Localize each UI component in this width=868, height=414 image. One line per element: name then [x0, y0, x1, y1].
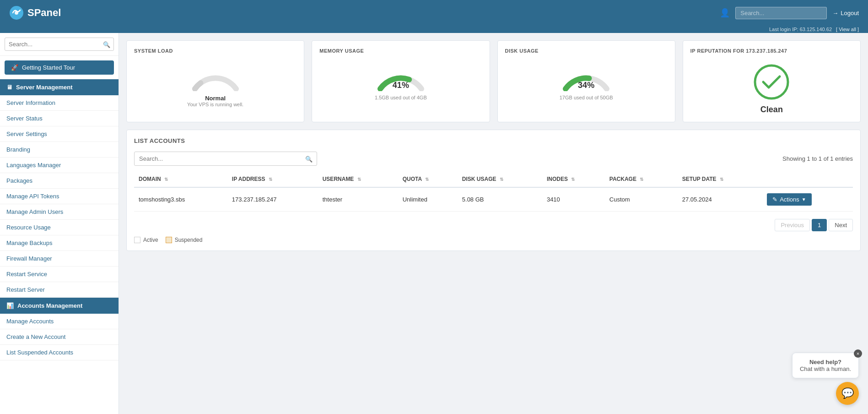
chat-close-button[interactable]: ×	[854, 349, 862, 358]
ip-reputation-card: IP REPUTATION FOR 173.237.185.247 Clean	[683, 40, 861, 122]
list-accounts-card: LIST ACCOUNTS 🔍 Showing 1 to 1 of 1 entr…	[126, 130, 861, 251]
chevron-down-icon: ▼	[802, 197, 806, 202]
cell-quota: Unlimited	[398, 187, 458, 212]
quota-sort-icon: ⇅	[425, 177, 429, 182]
disk-subtitle: 17GB used out of 50GB	[560, 95, 613, 100]
disk-usage-title: DISK USAGE	[505, 48, 539, 54]
legend-suspended: Suspended	[166, 237, 203, 243]
getting-started-label: Getting Started Tour	[22, 64, 75, 71]
chat-line1: Need help?	[800, 359, 851, 365]
chat-line2: Chat with a human.	[800, 365, 851, 372]
table-legend: Active Suspended	[134, 237, 853, 243]
accounts-management-label: Accounts Management	[17, 302, 82, 309]
col-domain[interactable]: DOMAIN ⇅	[134, 171, 227, 187]
logout-icon: →	[832, 10, 838, 16]
system-load-title: SYSTEM LOAD	[134, 48, 173, 54]
getting-started-button[interactable]: 🚀 Getting Started Tour	[5, 60, 114, 75]
col-ip-address[interactable]: IP ADDRESS ⇅	[227, 171, 318, 187]
col-actions	[762, 171, 853, 187]
accounts-table: DOMAIN ⇅ IP ADDRESS ⇅ USERNAME ⇅ QUOTA	[134, 171, 853, 212]
stats-grid: SYSTEM LOAD Normal Your VPS is running w…	[126, 40, 861, 122]
page-1-button[interactable]: 1	[812, 219, 827, 231]
logout-label: Logout	[841, 10, 859, 16]
package-sort-icon: ⇅	[640, 177, 643, 182]
table-header-row: DOMAIN ⇅ IP ADDRESS ⇅ USERNAME ⇅ QUOTA	[134, 171, 853, 187]
sidebar-item-list-suspended-accounts[interactable]: List Suspended Accounts	[0, 345, 119, 360]
sidebar-item-restart-server[interactable]: Restart Server	[0, 282, 119, 298]
rocket-icon: 🚀	[11, 64, 18, 71]
main-content: SYSTEM LOAD Normal Your VPS is running w…	[119, 33, 868, 414]
next-page-button[interactable]: Next	[829, 219, 853, 231]
sidebar-item-restart-service[interactable]: Restart Service	[0, 267, 119, 282]
sidebar: 🔍 🚀 Getting Started Tour 🖥 Server Manage…	[0, 33, 119, 414]
actions-button[interactable]: ✎ Actions ▼	[767, 193, 812, 206]
cell-domain: tomshosting3.sbs	[134, 187, 227, 212]
disk-usage-gauge: 34%	[559, 59, 614, 91]
col-username[interactable]: USERNAME ⇅	[318, 171, 398, 187]
header-search-input[interactable]	[735, 7, 827, 19]
sidebar-item-manage-accounts[interactable]: Manage Accounts	[0, 314, 119, 329]
sidebar-item-server-status[interactable]: Server Status	[0, 111, 119, 126]
logo-icon	[9, 5, 24, 20]
view-all-link[interactable]: [ View all ]	[836, 27, 859, 32]
disk-percent: 34%	[578, 81, 594, 90]
sidebar-item-server-settings[interactable]: Server Settings	[0, 126, 119, 142]
sidebar-item-branding[interactable]: Branding	[0, 142, 119, 158]
ip-check-icon	[753, 64, 790, 100]
pagination: Previous 1 Next	[134, 219, 853, 231]
system-load-gauge	[188, 59, 243, 91]
chat-open-button[interactable]: 💬	[836, 382, 859, 405]
col-quota[interactable]: QUOTA ⇅	[398, 171, 458, 187]
cell-disk: 5.08 GB	[458, 187, 542, 212]
chat-widget: × Need help? Chat with a human. 💬	[792, 353, 859, 405]
accounts-management-header[interactable]: 📊 Accounts Management	[0, 298, 119, 314]
table-search-input[interactable]	[134, 152, 317, 166]
sidebar-item-manage-backups[interactable]: Manage Backups	[0, 235, 119, 251]
legend-active: Active	[134, 237, 158, 243]
table-toolbar: 🔍 Showing 1 to 1 of 1 entries	[134, 152, 853, 166]
col-disk-usage[interactable]: DISK USAGE ⇅	[458, 171, 542, 187]
sidebar-item-manage-api-tokens[interactable]: Manage API Tokens	[0, 189, 119, 204]
ip-reputation-status: Clean	[760, 105, 783, 114]
col-inodes[interactable]: INODES ⇅	[542, 171, 605, 187]
col-package[interactable]: PACKAGE ⇅	[605, 171, 678, 187]
memory-subtitle: 1.5GB used out of 4GB	[375, 95, 427, 100]
cell-inodes: 3410	[542, 187, 605, 212]
svg-point-1	[15, 11, 18, 15]
memory-usage-title: MEMORY USAGE	[319, 48, 364, 54]
sidebar-item-create-new-account[interactable]: Create a New Account	[0, 329, 119, 345]
cell-username: thtester	[318, 187, 398, 212]
sidebar-search-section: 🔍	[0, 33, 119, 56]
sidebar-search-input[interactable]	[5, 38, 114, 51]
sidebar-item-server-information[interactable]: Server Information	[0, 95, 119, 111]
svg-point-2	[755, 65, 788, 98]
list-accounts-title: LIST ACCOUNTS	[134, 137, 853, 144]
logout-button[interactable]: → Logout	[832, 10, 859, 16]
previous-page-button[interactable]: Previous	[775, 219, 810, 231]
inodes-sort-icon: ⇅	[571, 177, 575, 182]
ip-reputation-title: IP REPUTATION FOR 173.237.185.247	[690, 48, 787, 54]
header-right: 👤 → Logout	[720, 7, 859, 19]
sidebar-item-languages-manager[interactable]: Languages Manager	[0, 158, 119, 173]
edit-icon: ✎	[772, 196, 777, 203]
suspended-label: Suspended	[175, 237, 203, 243]
ip-sort-icon: ⇅	[269, 177, 272, 182]
logo[interactable]: SPanel	[9, 5, 61, 20]
server-management-header[interactable]: 🖥 Server Management	[0, 79, 119, 95]
subheader: Last login IP: 63.125.140.62 [ View all …	[0, 26, 868, 33]
sidebar-item-manage-admin-users[interactable]: Manage Admin Users	[0, 204, 119, 220]
memory-percent: 41%	[393, 81, 409, 90]
table-row: tomshosting3.sbs 173.237.185.247 thteste…	[134, 187, 853, 212]
sidebar-item-resource-usage[interactable]: Resource Usage	[0, 220, 119, 235]
system-load-subtitle: Your VPS is running well.	[187, 102, 243, 107]
col-setup-date[interactable]: SETUP DATE ⇅	[678, 171, 762, 187]
chat-bubble: × Need help? Chat with a human.	[792, 353, 859, 378]
setup-date-sort-icon: ⇅	[720, 177, 723, 182]
cell-setup-date: 27.05.2024	[678, 187, 762, 212]
sidebar-item-firewall-manager[interactable]: Firewall Manager	[0, 251, 119, 267]
system-load-status: Normal	[205, 95, 226, 102]
entries-info: Showing 1 to 1 of 1 entries	[782, 155, 853, 162]
main-layout: 🔍 🚀 Getting Started Tour 🖥 Server Manage…	[0, 33, 868, 414]
sidebar-item-packages[interactable]: Packages	[0, 173, 119, 189]
username-sort-icon: ⇅	[357, 177, 361, 182]
